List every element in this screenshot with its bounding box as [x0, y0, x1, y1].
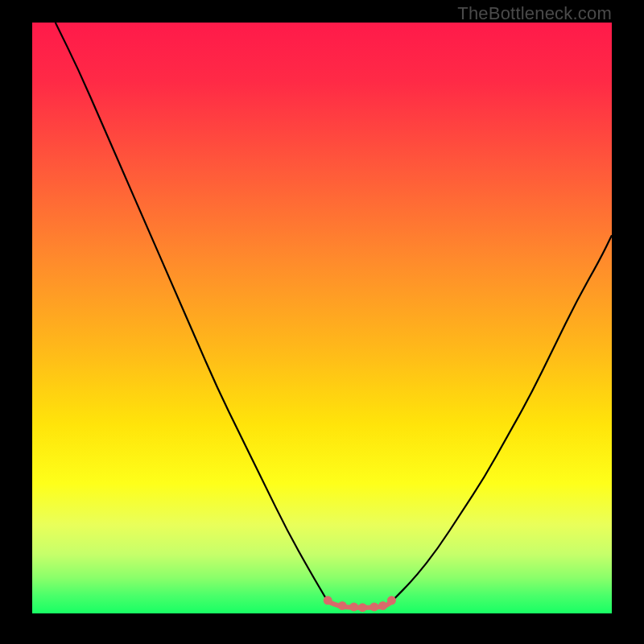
plot-area — [32, 23, 612, 613]
marker-dot — [338, 601, 347, 610]
marker-dot — [324, 596, 332, 605]
watermark-text: TheBottleneck.com — [457, 3, 612, 24]
marker-dot — [358, 603, 367, 612]
chart-frame: TheBottleneck.com — [0, 0, 644, 644]
marker-dot — [378, 601, 387, 610]
marker-dot — [349, 602, 358, 611]
marker-dot — [369, 602, 378, 611]
marker-dot — [387, 596, 396, 605]
curve-right-path — [391, 235, 612, 601]
curve-left-path — [56, 23, 328, 601]
curve-layer — [32, 23, 612, 613]
